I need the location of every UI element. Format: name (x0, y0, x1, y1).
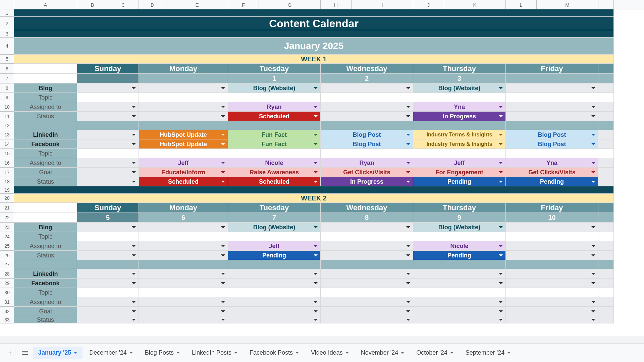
row-header-30[interactable]: 30 (0, 288, 14, 297)
assigned-cell[interactable]: Ryan (228, 102, 321, 112)
assigned-cell[interactable] (77, 102, 139, 112)
row-label[interactable]: Assigned to (14, 241, 77, 251)
row-label-social[interactable]: Facebook (14, 139, 77, 149)
day-header-tuesday[interactable]: Tuesday (228, 203, 321, 213)
empty-cell[interactable] (14, 64, 77, 74)
status-cell[interactable]: Pending (413, 177, 506, 186)
row-header-32[interactable]: 32 (0, 307, 14, 316)
linkedin-cell[interactable]: HubSpot Update (139, 130, 228, 139)
assigned-cell[interactable]: Yna (413, 102, 506, 112)
day-header-thursday[interactable]: Thursday (413, 64, 506, 74)
blog-cell[interactable] (506, 223, 598, 232)
assigned-cell[interactable] (321, 241, 413, 251)
gap[interactable] (321, 260, 413, 269)
empty-dd-cell[interactable] (139, 307, 228, 316)
column-header-A[interactable]: A (14, 0, 77, 9)
empty-dd-cell[interactable] (139, 279, 228, 288)
row-header-31[interactable]: 31 (0, 297, 14, 307)
row-header-1[interactable]: 1 (0, 9, 14, 17)
empty-cell[interactable] (506, 232, 598, 241)
column-header-extra[interactable] (614, 0, 644, 9)
status-cell[interactable]: In Progress (413, 112, 506, 121)
empty-cell[interactable] (321, 149, 413, 158)
column-header-B[interactable]: B (77, 0, 108, 9)
empty-dd-cell[interactable] (413, 297, 506, 307)
blog-cell[interactable] (139, 83, 228, 93)
empty-cell[interactable] (139, 232, 228, 241)
assigned-cell[interactable]: Nicole (413, 241, 506, 251)
row-label-social[interactable]: Facebook (14, 279, 77, 288)
gap[interactable] (139, 260, 228, 269)
row-header-7[interactable]: 7 (0, 74, 14, 83)
column-header-I[interactable]: I (352, 0, 413, 9)
day-header-wednesday[interactable]: Wednesday (321, 64, 413, 74)
empty-dd-cell[interactable] (228, 297, 321, 307)
assigned-cell[interactable]: Yna (506, 158, 598, 168)
assigned-cell[interactable]: Nicole (228, 158, 321, 168)
title-cell[interactable]: Content Calendar (14, 17, 614, 30)
empty-dd-cell[interactable] (228, 316, 321, 323)
empty-dd-cell[interactable] (321, 307, 413, 316)
week-label[interactable]: WEEK 2 (14, 194, 614, 203)
separator[interactable] (14, 186, 614, 194)
gap[interactable] (506, 260, 598, 269)
gap[interactable] (413, 260, 506, 269)
empty-cell[interactable] (228, 288, 321, 297)
empty-cell[interactable] (413, 149, 506, 158)
title-cell[interactable] (14, 9, 614, 17)
blog-cell[interactable]: Blog (Website) (413, 223, 506, 232)
add-sheet-button[interactable]: + (3, 346, 17, 360)
tail[interactable] (598, 297, 614, 307)
horizontal-scrollbar[interactable] (0, 336, 644, 343)
empty-dd-cell[interactable] (77, 269, 139, 279)
status-cell[interactable]: Pending (228, 251, 321, 260)
row-label[interactable]: Status (14, 251, 77, 260)
day-header-thursday[interactable]: Thursday (413, 203, 506, 213)
assigned-cell[interactable] (506, 102, 598, 112)
blog-cell[interactable] (321, 223, 413, 232)
row-header-6[interactable]: 6 (0, 64, 14, 74)
empty-dd-cell[interactable] (321, 269, 413, 279)
tail[interactable] (598, 316, 614, 323)
column-header-J[interactable]: J (413, 0, 444, 9)
empty-dd-cell[interactable] (139, 316, 228, 323)
row-label[interactable]: Goal (14, 168, 77, 177)
row-header-5[interactable]: 5 (0, 55, 14, 64)
assigned-cell[interactable]: Ryan (321, 158, 413, 168)
status-cell[interactable] (506, 112, 598, 121)
status-cell[interactable]: In Progress (321, 177, 413, 186)
day-header-monday[interactable]: Monday (139, 203, 228, 213)
date-cell[interactable]: 9 (413, 213, 506, 223)
column-header-K[interactable]: K (444, 0, 506, 9)
row-label[interactable]: Topic (14, 288, 77, 297)
column-header-H[interactable]: H (321, 0, 352, 9)
sheet-tab-september-24[interactable]: September '24 (460, 347, 516, 359)
empty-dd-cell[interactable] (77, 307, 139, 316)
tail[interactable] (598, 112, 614, 121)
column-header-D[interactable]: D (139, 0, 166, 9)
date-cell[interactable] (139, 74, 228, 83)
empty-cell[interactable] (77, 93, 139, 102)
assigned-cell[interactable]: Jeff (228, 241, 321, 251)
gap[interactable] (77, 260, 139, 269)
date-cell[interactable] (506, 74, 598, 83)
date-cell[interactable]: 8 (321, 213, 413, 223)
title-cell[interactable] (14, 30, 614, 38)
day-header-sunday[interactable]: Sunday (77, 203, 139, 213)
tail[interactable] (598, 251, 614, 260)
sheet-tab-facebook-posts[interactable]: Facebook Posts (244, 347, 304, 359)
empty-dd-cell[interactable] (413, 269, 506, 279)
blog-cell[interactable] (506, 83, 598, 93)
assigned-cell[interactable] (321, 102, 413, 112)
status-cell[interactable] (77, 251, 139, 260)
tail[interactable] (598, 149, 614, 158)
linkedin-cell[interactable]: Blog Post (321, 130, 413, 139)
assigned-cell[interactable] (139, 102, 228, 112)
row-header-28[interactable]: 28 (0, 269, 14, 279)
row-header-18[interactable]: 18 (0, 177, 14, 186)
tail[interactable] (598, 241, 614, 251)
all-sheets-button[interactable] (18, 346, 32, 360)
row-header-3[interactable]: 3 (0, 30, 14, 38)
empty-dd-cell[interactable] (228, 279, 321, 288)
empty-cell[interactable] (228, 93, 321, 102)
